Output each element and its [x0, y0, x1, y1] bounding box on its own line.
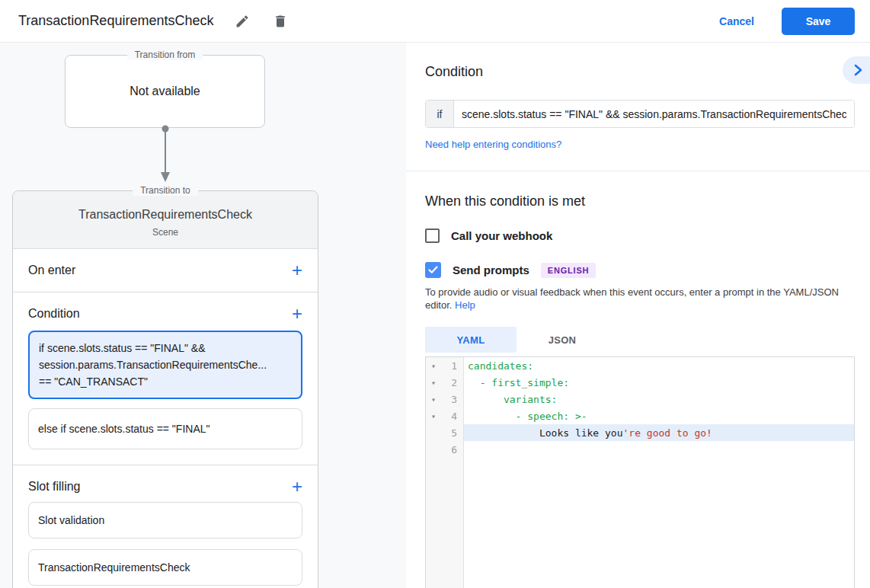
panel-divider: [406, 171, 870, 171]
cancel-button[interactable]: Cancel: [719, 15, 754, 27]
add-condition-button[interactable]: +: [292, 306, 302, 321]
send-prompts-row: Send prompts ENGLISH: [425, 262, 855, 278]
yaml-token: - speech: >-: [468, 411, 587, 422]
top-bar: TransactionRequirementsCheck Cancel Save: [0, 0, 870, 43]
editor-line: ▾2 - first_simple:: [426, 374, 854, 391]
tab-json[interactable]: JSON: [517, 327, 608, 353]
line-number: 6: [441, 444, 463, 455]
scene-card-header: TransactionRequirementsCheck Scene: [13, 191, 318, 249]
chevron-right-icon: [854, 64, 862, 76]
condition-card[interactable]: else if scene.slots.status == "FINAL": [28, 408, 302, 449]
prompt-help-link[interactable]: Help: [455, 299, 475, 311]
transition-to-legend: Transition to: [133, 185, 198, 196]
fold-toggle-icon[interactable]: ▾: [426, 395, 441, 404]
scene-name: TransactionRequirementsCheck: [25, 208, 305, 222]
yaml-token: variants:: [468, 394, 557, 405]
prompt-description: To provide audio or visual feedback when…: [425, 286, 855, 312]
save-button[interactable]: Save: [782, 8, 855, 35]
delete-scene-button[interactable]: [271, 12, 289, 30]
yaml-token: 're good to go!: [623, 427, 712, 439]
page-title: TransactionRequirementsCheck: [18, 13, 213, 29]
scene-type-label: Scene: [25, 227, 305, 238]
add-on-enter-button[interactable]: +: [292, 263, 302, 278]
conditions-help-link[interactable]: Need help entering conditions?: [425, 139, 561, 150]
yaml-token: - first_simple:: [468, 377, 569, 388]
editor-line-active: 5 Looks like you're good to go!: [426, 424, 854, 441]
editor-empty-area[interactable]: [426, 458, 854, 588]
slot-filling-label: Slot filling: [28, 480, 80, 494]
slot-card-transaction[interactable]: TransactionRequirementsCheck: [28, 549, 302, 586]
line-number: 3: [441, 394, 463, 405]
editor-line: ▾1 candidates:: [426, 357, 854, 374]
transition-from-legend: Transition from: [127, 50, 203, 60]
condition-section: Condition + if scene.slots.status == "FI…: [13, 292, 318, 465]
tab-yaml[interactable]: YAML: [425, 327, 517, 353]
yaml-token: candidates:: [468, 360, 533, 372]
condition-card-selected[interactable]: if scene.slots.status == "FINAL" && sess…: [28, 331, 302, 399]
if-prefix-label: if: [426, 101, 454, 127]
checkmark-icon: [428, 266, 438, 274]
language-badge: ENGLISH: [541, 263, 597, 278]
call-webhook-checkbox[interactable]: [425, 228, 440, 243]
yaml-code-editor[interactable]: ▾1 candidates: ▾2 - first_simple: ▾3 var…: [425, 356, 855, 588]
fold-toggle-icon[interactable]: ▾: [426, 362, 441, 370]
line-number: 2: [441, 377, 463, 388]
edit-name-button[interactable]: [233, 12, 251, 30]
fold-toggle-icon[interactable]: ▾: [426, 412, 441, 420]
slot-card-validation[interactable]: Slot validation: [28, 502, 302, 538]
transition-from-value: Not available: [66, 85, 264, 98]
condition-input-group: if: [425, 100, 855, 128]
condition-editor-panel: Condition if Need help entering conditio…: [406, 43, 870, 588]
line-number: 1: [441, 360, 463, 372]
collapse-panel-button[interactable]: [843, 56, 870, 84]
add-slot-button[interactable]: +: [292, 479, 302, 494]
yaml-token: Looks like you: [468, 427, 623, 439]
pencil-icon: [235, 14, 250, 29]
call-webhook-label[interactable]: Call your webhook: [451, 229, 552, 242]
editor-line: 6: [426, 441, 854, 458]
condition-expression-input[interactable]: [454, 101, 854, 127]
condition-label: Condition: [28, 307, 80, 321]
transition-arrow: [156, 123, 174, 184]
trash-icon: [273, 14, 288, 29]
send-prompts-label[interactable]: Send prompts: [453, 264, 529, 276]
transition-canvas: Transition from Not available Transition…: [0, 43, 406, 588]
scene-card: Transition to TransactionRequirementsChe…: [12, 190, 318, 588]
on-enter-section: On enter +: [13, 249, 318, 292]
fold-toggle-icon[interactable]: ▾: [426, 379, 441, 387]
line-number: 4: [441, 411, 463, 422]
editor-line: ▾4 - speech: >-: [426, 407, 854, 424]
on-enter-label: On enter: [28, 264, 75, 277]
line-number: 5: [441, 427, 463, 439]
editor-line: ▾3 variants:: [426, 391, 854, 407]
condition-heading: Condition: [425, 64, 855, 80]
send-prompts-checkbox[interactable]: [425, 262, 441, 278]
transition-from-box: Transition from Not available: [65, 55, 265, 128]
editor-tabs: YAML JSON: [425, 327, 855, 353]
when-condition-heading: When this condition is met: [425, 193, 855, 209]
slot-filling-section: Slot filling + Slot validation Transacti…: [13, 465, 318, 588]
webhook-row: Call your webhook: [425, 228, 855, 243]
